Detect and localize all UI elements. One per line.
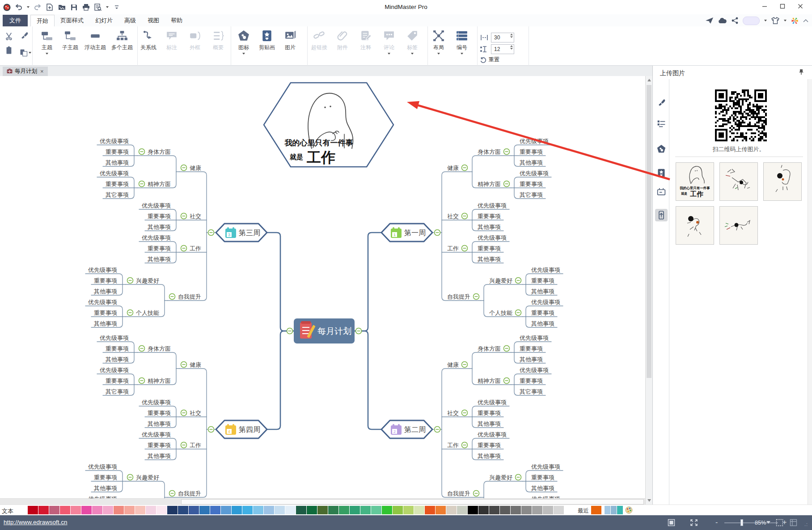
panel-scrollbar[interactable]: [808, 79, 812, 505]
theme-caret[interactable]: [784, 20, 787, 21]
color-swatch[interactable]: [307, 506, 317, 514]
collapse-ribbon-icon[interactable]: [803, 19, 808, 22]
color-swatch[interactable]: [436, 506, 446, 514]
color-swatch[interactable]: [189, 506, 199, 514]
tab-slides[interactable]: 幻灯片: [89, 15, 118, 26]
more-colors-icon[interactable]: [625, 506, 633, 514]
icon-library-icon[interactable]: [655, 143, 668, 155]
vertical-scrollbar[interactable]: [645, 76, 652, 505]
color-swatch[interactable]: [146, 506, 156, 514]
color-swatch[interactable]: [135, 506, 145, 514]
horizontal-scrollbar[interactable]: [0, 498, 645, 505]
color-swatch[interactable]: [382, 506, 392, 514]
color-swatch[interactable]: [457, 506, 467, 514]
theme-shirt-icon[interactable]: [771, 17, 779, 24]
ribbon-button-clipart[interactable]: 剪贴画: [255, 30, 279, 51]
symbol-library-icon[interactable]: [655, 186, 668, 198]
maximize-button[interactable]: [774, 0, 791, 13]
tab-page-style[interactable]: 页面样式: [55, 15, 89, 26]
ribbon-button-subtopic[interactable]: 子主题: [59, 30, 82, 51]
ribbon-button-multiple-topics[interactable]: 多个主题: [109, 30, 135, 51]
community-icon[interactable]: [791, 17, 799, 25]
color-swatch[interactable]: [521, 506, 532, 514]
ribbon-button-note[interactable]: 注释: [354, 30, 377, 51]
zoom-caret[interactable]: [766, 521, 770, 524]
close-tab-icon[interactable]: ×: [40, 68, 44, 75]
document-tab[interactable]: 每月计划 ×: [3, 67, 48, 76]
horizontal-scrollbar-thumb[interactable]: [181, 499, 644, 505]
color-swatch[interactable]: [414, 506, 424, 514]
ribbon-button-relationship[interactable]: 关系线: [137, 30, 160, 51]
tab-view[interactable]: 视图: [142, 15, 165, 26]
ribbon-button-attachment[interactable]: 附件: [331, 30, 354, 51]
edrawsoft-link[interactable]: http://www.edrawsoft.cn: [4, 519, 68, 526]
tab-file[interactable]: 文件: [3, 15, 28, 26]
color-swatch[interactable]: [350, 506, 360, 514]
ribbon-button-summary[interactable]: 概要: [207, 30, 230, 51]
ribbon-button-icon-marker[interactable]: 图标: [232, 30, 255, 55]
zoom-level[interactable]: 85%: [755, 520, 766, 526]
fontsize-down[interactable]: [510, 48, 513, 50]
tab-home[interactable]: 开始: [30, 15, 55, 26]
close-button[interactable]: [791, 0, 809, 13]
outline-icon[interactable]: [655, 118, 668, 130]
color-swatch[interactable]: [478, 506, 489, 514]
color-swatch[interactable]: [500, 506, 510, 514]
color-swatch[interactable]: [296, 506, 306, 514]
layout-caret[interactable]: [437, 53, 440, 55]
icon-marker-caret[interactable]: [242, 53, 245, 55]
zoom-slider-thumb[interactable]: [740, 519, 743, 526]
vertical-scrollbar-thumb[interactable]: [647, 85, 651, 378]
color-swatch[interactable]: [81, 506, 92, 514]
share-icon[interactable]: [732, 17, 738, 24]
account-caret[interactable]: [764, 20, 767, 21]
color-swatch[interactable]: [446, 506, 457, 514]
color-swatch[interactable]: [339, 506, 349, 514]
color-swatch[interactable]: [532, 506, 542, 514]
color-swatch[interactable]: [210, 506, 220, 514]
scroll-down-arrow[interactable]: [647, 499, 651, 502]
spacing-up[interactable]: [510, 34, 513, 35]
cut-icon[interactable]: [5, 32, 17, 45]
color-swatch[interactable]: [425, 506, 435, 514]
color-swatch[interactable]: [92, 506, 102, 514]
topic-caret[interactable]: [46, 53, 48, 55]
color-swatch[interactable]: [242, 506, 253, 514]
tag-caret[interactable]: [411, 53, 414, 55]
cloud-icon[interactable]: [718, 17, 727, 24]
ribbon-button-layout[interactable]: 布局: [427, 30, 450, 55]
fit-page-icon[interactable]: [668, 519, 675, 526]
quick-color-swatch[interactable]: [617, 506, 623, 514]
color-swatch[interactable]: [285, 506, 296, 514]
fontsize-up[interactable]: [510, 45, 513, 47]
color-swatch[interactable]: [124, 506, 135, 514]
color-swatch[interactable]: [199, 506, 210, 514]
ribbon-button-comment[interactable]: 评论: [377, 30, 401, 55]
reset-button[interactable]: 重置: [480, 56, 514, 64]
fullscreen-icon[interactable]: [690, 519, 698, 526]
clipart-library-icon[interactable]: [655, 167, 668, 179]
ribbon-button-picture[interactable]: 图片: [279, 30, 302, 51]
pin-icon[interactable]: [799, 69, 804, 75]
page-layout-icon[interactable]: [790, 519, 797, 526]
ribbon-button-floating-topic[interactable]: 浮动主题: [82, 30, 109, 51]
mindmap-canvas[interactable]: 健康身体方面优先级事项重要事项其他事项精神方面优先级事项重要事项其它事项社交优先…: [0, 76, 645, 498]
format-brush-icon[interactable]: [655, 97, 668, 110]
ribbon-button-callout[interactable]: 标注: [160, 30, 183, 51]
color-swatch[interactable]: [543, 506, 553, 514]
color-swatch[interactable]: [156, 506, 167, 514]
resize-grip[interactable]: .:: [804, 522, 808, 527]
color-swatch[interactable]: [28, 506, 38, 514]
color-swatch[interactable]: [38, 506, 49, 514]
color-swatch[interactable]: [317, 506, 328, 514]
user-avatar[interactable]: [743, 17, 760, 25]
color-swatch[interactable]: [178, 506, 188, 514]
mobile-upload-icon[interactable]: [655, 209, 668, 221]
image-thumbnail-sketch-1[interactable]: [719, 162, 758, 201]
comment-caret[interactable]: [388, 53, 390, 55]
image-thumbnail-sketch-3[interactable]: [676, 206, 714, 245]
quick-color-swatch[interactable]: [611, 506, 617, 514]
fit-selection-icon[interactable]: [776, 519, 783, 526]
ribbon-button-boundary[interactable]: 外框: [183, 30, 207, 51]
format-painter-icon[interactable]: [20, 32, 31, 45]
